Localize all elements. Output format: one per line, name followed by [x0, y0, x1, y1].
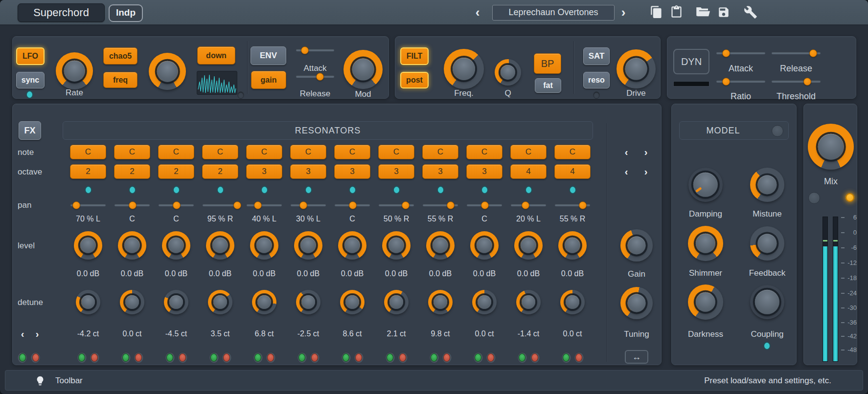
detune-knob[interactable]	[428, 290, 453, 314]
resonator-on-led[interactable]	[562, 352, 571, 363]
note-button[interactable]: C	[202, 145, 238, 159]
octave-button[interactable]: 3	[334, 164, 370, 179]
detune-knob[interactable]	[252, 290, 276, 314]
output-mono-led[interactable]	[808, 192, 820, 204]
detune-next-button[interactable]: ›	[31, 328, 43, 340]
resonator-mute-led[interactable]	[486, 352, 496, 363]
level-knob[interactable]	[558, 231, 587, 260]
octave-shift-up-button[interactable]: ›	[640, 166, 652, 177]
pan-slider[interactable]	[467, 201, 502, 209]
note-button[interactable]: C	[466, 145, 503, 159]
resonator-on-led[interactable]	[386, 352, 395, 363]
note-button[interactable]: C	[70, 145, 106, 159]
note-button[interactable]: C	[246, 145, 282, 159]
note-button[interactable]: C	[114, 145, 150, 159]
model-darkness-knob[interactable]	[688, 285, 723, 320]
resonator-mute-led[interactable]	[90, 352, 99, 363]
pan-slider[interactable]	[203, 201, 238, 209]
stereo-swap-button[interactable]: ↔	[625, 350, 648, 364]
octave-button[interactable]: 3	[466, 164, 503, 179]
detune-knob[interactable]	[472, 290, 497, 314]
pan-slider[interactable]	[555, 201, 590, 209]
mix-knob[interactable]	[808, 124, 854, 170]
resonator-on-led[interactable]	[342, 352, 351, 363]
resonators-tuning-knob[interactable]	[620, 287, 653, 319]
resonator-mute-led[interactable]	[310, 352, 320, 363]
resonator-mute-led[interactable]	[178, 352, 187, 363]
output-active-led[interactable]	[845, 193, 854, 202]
model-damping-knob[interactable]	[688, 168, 723, 202]
note-shift-up-button[interactable]: ›	[640, 146, 652, 158]
pan-slider[interactable]	[291, 201, 326, 209]
level-knob[interactable]	[426, 231, 455, 260]
level-knob[interactable]	[250, 231, 278, 260]
model-mistune-knob[interactable]	[750, 168, 784, 202]
note-button[interactable]: C	[378, 145, 414, 159]
octave-button[interactable]: 4	[554, 164, 591, 179]
detune-knob[interactable]	[384, 290, 409, 314]
note-button[interactable]: C	[158, 145, 194, 159]
model-header-led[interactable]	[772, 125, 783, 137]
octave-shift-down-button[interactable]: ‹	[620, 166, 632, 177]
resonator-mute-led[interactable]	[442, 352, 452, 363]
octave-button[interactable]: 2	[202, 164, 238, 179]
pan-slider[interactable]	[159, 201, 194, 209]
model-coupling-knob[interactable]	[750, 285, 784, 319]
octave-button[interactable]: 3	[246, 164, 282, 179]
resonator-mute-led[interactable]	[266, 352, 275, 363]
detune-knob[interactable]	[208, 290, 232, 314]
octave-button[interactable]: 4	[510, 164, 547, 179]
resonator-on-led[interactable]	[297, 352, 307, 363]
master-mute-led[interactable]	[31, 352, 40, 363]
resonator-mute-led[interactable]	[530, 352, 540, 363]
octave-button[interactable]: 3	[422, 164, 458, 179]
detune-knob[interactable]	[296, 290, 320, 314]
level-knob[interactable]	[338, 231, 366, 260]
pan-slider[interactable]	[70, 201, 106, 209]
resonators-gain-knob[interactable]	[620, 229, 653, 262]
resonator-on-led[interactable]	[518, 352, 527, 363]
master-active-led[interactable]	[18, 352, 27, 363]
resonator-on-led[interactable]	[121, 352, 131, 363]
detune-knob[interactable]	[560, 290, 585, 314]
resonator-on-led[interactable]	[253, 352, 263, 363]
level-knob[interactable]	[470, 231, 499, 260]
resonator-on-led[interactable]	[77, 352, 87, 363]
level-knob[interactable]	[74, 231, 102, 260]
level-knob[interactable]	[118, 231, 146, 260]
note-button[interactable]: C	[554, 145, 591, 159]
octave-button[interactable]: 3	[378, 164, 414, 179]
note-button[interactable]: C	[422, 145, 458, 159]
resonator-mute-led[interactable]	[354, 352, 364, 363]
octave-button[interactable]: 2	[114, 164, 150, 179]
resonator-on-led[interactable]	[209, 352, 219, 363]
level-knob[interactable]	[294, 231, 322, 260]
level-knob[interactable]	[206, 231, 234, 260]
pan-slider[interactable]	[247, 201, 282, 209]
resonator-on-led[interactable]	[165, 352, 175, 363]
pan-slider[interactable]	[114, 201, 150, 209]
level-knob[interactable]	[382, 231, 411, 260]
model-shimmer-knob[interactable]	[688, 226, 723, 261]
level-knob[interactable]	[162, 231, 190, 260]
resonator-mute-led[interactable]	[574, 352, 584, 363]
octave-button[interactable]: 3	[290, 164, 326, 179]
note-shift-down-button[interactable]: ‹	[620, 146, 632, 158]
note-button[interactable]: C	[290, 145, 326, 159]
detune-knob[interactable]	[164, 290, 188, 314]
model-feedback-knob[interactable]	[750, 226, 784, 261]
level-knob[interactable]	[514, 231, 543, 260]
octave-button[interactable]: 2	[158, 164, 194, 179]
resonator-on-led[interactable]	[474, 352, 483, 363]
resonator-mute-led[interactable]	[222, 352, 231, 363]
pan-slider[interactable]	[335, 201, 370, 209]
pan-slider[interactable]	[379, 201, 414, 209]
note-button[interactable]: C	[334, 145, 370, 159]
detune-knob[interactable]	[340, 290, 365, 314]
resonator-mute-led[interactable]	[398, 352, 408, 363]
note-button[interactable]: C	[510, 145, 547, 159]
resonator-mute-led[interactable]	[134, 352, 143, 363]
pan-slider[interactable]	[423, 201, 458, 209]
resonator-on-led[interactable]	[430, 352, 439, 363]
detune-knob[interactable]	[76, 290, 100, 314]
